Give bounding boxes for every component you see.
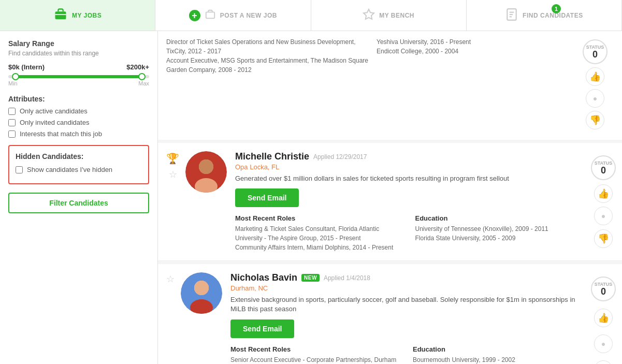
michelle-content: Michelle Christie Applied 12/29/2017 Opa… — [235, 151, 587, 252]
michelle-send-email-button[interactable]: Send Email — [235, 188, 299, 207]
invited-candidates-checkbox[interactable] — [8, 119, 16, 126]
michelle-thumbs-down[interactable]: 👎 — [594, 229, 613, 248]
partial-roles-text: Director of Ticket Sales Operations and … — [166, 37, 368, 75]
michelle-roles-col: Most Recent Roles Marketing & Ticket Sal… — [235, 214, 407, 252]
michelle-roles-edu: Most Recent Roles Marketing & Ticket Sal… — [235, 214, 587, 252]
nicholas-neutral[interactable]: ● — [594, 334, 613, 353]
michelle-summary: Generated over $1 million dollars in sal… — [235, 174, 587, 183]
nicholas-photo — [181, 272, 222, 314]
hidden-candidates-box: Hidden Candidates: Show candidates I've … — [8, 145, 149, 184]
filter-candidates-button[interactable]: Filter Candidates — [8, 193, 149, 213]
star-icon-nicholas[interactable]: ☆ — [166, 273, 175, 285]
michelle-applied: Applied 12/29/2017 — [313, 153, 367, 161]
nicholas-edu-title: Education — [413, 345, 587, 353]
active-candidates-checkbox[interactable] — [8, 108, 16, 115]
michelle-neutral[interactable]: ● — [594, 207, 613, 225]
main-layout: Salary Range Find candidates within this… — [0, 31, 622, 364]
michelle-edu-text: University of Tennessee (Knoxville), 200… — [415, 224, 587, 243]
nicholas-roles-col: Most Recent Roles Senior Account Executi… — [230, 345, 404, 364]
invited-candidates-label: Only invited candidates — [20, 119, 89, 126]
partial-card-right: STATUS 0 👍 ● 👎 — [578, 35, 614, 134]
plus-circle-icon: + — [189, 10, 200, 21]
michelle-card-right: STATUS 0 👍 ● 👎 — [587, 151, 622, 252]
candidates-area: Director of Ticket Sales Operations and … — [158, 31, 622, 364]
partial-card-content: Director of Ticket Sales Operations and … — [166, 35, 578, 134]
michelle-edu-title: Education — [415, 214, 587, 222]
michelle-edu-col: Education University of Tennessee (Knoxv… — [415, 214, 587, 252]
michelle-status-num: 0 — [601, 166, 606, 175]
nicholas-status-num: 0 — [601, 287, 606, 296]
nav-my-jobs-label: MY JOBS — [72, 12, 102, 19]
candidate-card-nicholas: ☆ Nicholas Bavin NEW Applied 1/4/2018 Du… — [158, 264, 622, 364]
interests-match-label: Interests that match this job — [20, 130, 102, 138]
nicholas-new-badge: NEW — [301, 274, 320, 282]
partial-roles-col: Director of Ticket Sales Operations and … — [166, 37, 368, 75]
nicholas-roles-edu: Most Recent Roles Senior Account Executi… — [230, 345, 587, 364]
checkbox-interests-match[interactable]: Interests that match this job — [8, 130, 149, 138]
partial-neutral[interactable]: ● — [586, 89, 604, 108]
star-icon-michelle[interactable]: ☆ — [169, 169, 177, 180]
svg-rect-2 — [206, 12, 215, 18]
show-hidden-checkbox[interactable] — [16, 166, 23, 173]
checkbox-active-candidates[interactable]: Only active candidates — [8, 107, 149, 115]
star-outline-icon — [363, 8, 375, 22]
svg-point-15 — [194, 281, 209, 295]
partial-status-num: 0 — [592, 50, 598, 59]
checkbox-show-hidden[interactable]: Show candidates I've hidden — [16, 166, 142, 173]
sidebar: Salary Range Find candidates within this… — [0, 31, 158, 364]
briefcase-outline-icon — [205, 9, 216, 22]
nav-post-job-label: POST A NEW JOB — [220, 12, 277, 19]
partial-thumbs-down[interactable]: 👎 — [586, 111, 604, 129]
nicholas-header: Nicholas Bavin NEW Applied 1/4/2018 — [230, 272, 587, 283]
nicholas-status-circle: STATUS 0 — [591, 276, 616, 301]
nav-find-candidates[interactable]: 1 FIND CANDIDATES — [467, 0, 622, 31]
document-search-icon — [505, 8, 518, 23]
michelle-thumbs-up[interactable]: 👍 — [594, 184, 613, 203]
salary-range-fill — [16, 75, 142, 78]
nicholas-summary: Extensive background in sports, particul… — [230, 295, 587, 314]
nicholas-edu-text: Bournemouth University, 1999 - 2002 — [413, 355, 587, 364]
partial-status-circle: STATUS 0 — [583, 39, 607, 64]
nicholas-roles-title: Most Recent Roles — [230, 345, 404, 353]
nicholas-name: Nicholas Bavin — [230, 272, 297, 283]
nav-my-bench[interactable]: MY BENCH — [311, 0, 467, 31]
interests-match-checkbox[interactable] — [8, 130, 16, 138]
svg-rect-0 — [55, 11, 66, 19]
nicholas-card-right: STATUS 0 👍 ● 👎 — [587, 272, 622, 364]
michelle-roles-title: Most Recent Roles — [235, 214, 407, 222]
active-candidates-label: Only active candidates — [20, 107, 88, 115]
michelle-header: Michelle Christie Applied 12/29/2017 — [235, 151, 587, 162]
svg-marker-3 — [364, 9, 374, 19]
nav-my-bench-label: MY BENCH — [379, 12, 414, 19]
partial-thumbs-up[interactable]: 👍 — [586, 67, 604, 86]
nav-my-jobs[interactable]: MY JOBS — [0, 0, 155, 31]
range-min-label: Min — [8, 80, 18, 86]
salary-labels: $0k (Intern) $200k+ — [8, 63, 149, 71]
nicholas-roles-text: Senior Account Executive - Corporate Par… — [230, 355, 404, 364]
checkbox-invited-candidates[interactable]: Only invited candidates — [8, 119, 149, 126]
attributes-title: Attributes: — [8, 95, 149, 103]
nicholas-thumbs-down[interactable]: 👎 — [594, 360, 613, 364]
top-navigation: MY JOBS + POST A NEW JOB MY BENCH 1 FIND… — [0, 0, 622, 31]
nicholas-thumbs-up[interactable]: 👍 — [594, 309, 613, 327]
show-hidden-label: Show candidates I've hidden — [27, 166, 112, 173]
range-minmax: Min Max — [8, 80, 149, 86]
nicholas-send-email-button[interactable]: Send Email — [230, 319, 294, 338]
svg-point-11 — [199, 159, 213, 174]
hidden-candidates-title: Hidden Candidates: — [16, 152, 142, 161]
card-icons-michelle: 🏆 ☆ — [166, 151, 179, 252]
salary-max-label: $200k+ — [126, 63, 149, 71]
salary-min-thumb[interactable] — [12, 73, 19, 80]
candidate-card-michelle: 🏆 ☆ Michelle Christie Applied 12/29/2017… — [158, 143, 622, 261]
salary-range-track[interactable] — [8, 75, 149, 78]
nav-post-job[interactable]: + POST A NEW JOB — [155, 0, 311, 31]
salary-range-title: Salary Range — [8, 39, 149, 48]
nav-find-candidates-label: FIND CANDIDATES — [523, 12, 583, 19]
nicholas-edu-col: Education Bournemouth University, 1999 -… — [413, 345, 587, 364]
briefcase-icon — [53, 7, 68, 23]
top-partial-card: Director of Ticket Sales Operations and … — [158, 31, 622, 140]
partial-edu-col: Yeshiva University, 2016 - PresentEndico… — [377, 37, 578, 75]
salary-max-thumb[interactable] — [138, 73, 146, 80]
michelle-location: Opa Locka, FL — [235, 163, 587, 171]
card-icons-nicholas: ☆ — [166, 272, 175, 364]
